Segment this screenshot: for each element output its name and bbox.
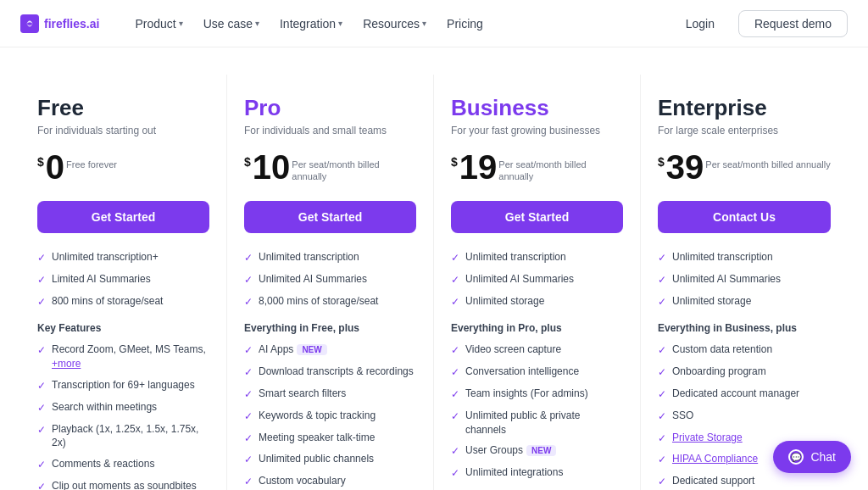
- plan-enterprise: Enterprise For large scale enterprises $…: [641, 75, 848, 490]
- plan-price-pro: $ 10 Per seat/month billed annually: [244, 150, 416, 184]
- list-item: ✓ Custom data retention: [658, 342, 831, 358]
- chevron-down-icon: ▾: [255, 19, 259, 28]
- price-dollar-business: $: [451, 155, 458, 169]
- request-demo-button[interactable]: Request demo: [738, 10, 848, 37]
- price-dollar-pro: $: [244, 155, 251, 169]
- check-icon: ✓: [658, 453, 666, 467]
- price-amount-free: 0: [46, 150, 64, 184]
- key-features-pro: ✓ AI AppsNEW ✓ Download transcripts & re…: [244, 342, 416, 490]
- list-item: ✓ Unlimited transcription+: [37, 250, 209, 265]
- check-icon: ✓: [244, 475, 253, 489]
- check-icon: ✓: [37, 401, 46, 415]
- list-item: ✓ Keywords & topic tracking: [244, 409, 416, 424]
- list-item: ✓ Smart search filters: [244, 387, 416, 402]
- list-item: ✓ Unlimited public channels: [244, 452, 416, 467]
- list-item: ✓ 8,000 mins of storage/seat: [244, 294, 416, 309]
- price-amount-enterprise: 39: [666, 150, 704, 184]
- check-icon: ✓: [244, 343, 253, 358]
- list-item: ✓ Unlimited AI Summaries: [451, 272, 623, 287]
- check-icon: ✓: [37, 480, 46, 490]
- cta-business[interactable]: Get Started: [451, 201, 623, 233]
- list-item: ✓ 800 mins of storage/seat: [37, 294, 209, 309]
- plan-pro: Pro For individuals and small teams $ 10…: [227, 75, 434, 490]
- list-item: ✓ Unlimited storage: [451, 294, 623, 309]
- nav-resources[interactable]: Resources ▾: [354, 12, 435, 36]
- list-item: ✓ Conversation intelligence: [451, 365, 623, 380]
- chat-button[interactable]: 💬 Chat: [773, 441, 851, 473]
- check-icon: ✓: [451, 444, 459, 459]
- check-icon: ✓: [658, 432, 666, 446]
- list-item: ✓ Limited AI Summaries: [37, 272, 209, 287]
- price-amount-business: 19: [459, 150, 498, 184]
- price-label-free: Free forever: [66, 159, 117, 170]
- check-icon: ✓: [37, 379, 46, 393]
- hipaa-link[interactable]: HIPAA Compliance: [672, 452, 758, 466]
- svg-rect-0: [20, 14, 39, 33]
- check-icon: ✓: [451, 387, 459, 402]
- plan-free: Free For individuals starting out $ 0 Fr…: [20, 75, 227, 490]
- plan-name-pro: Pro: [244, 95, 416, 121]
- check-icon: ✓: [451, 409, 459, 424]
- check-icon: ✓: [451, 295, 459, 309]
- check-icon: ✓: [244, 387, 253, 402]
- nav-product[interactable]: Product ▾: [126, 12, 191, 36]
- check-icon: ✓: [658, 295, 666, 309]
- plan-name-free: Free: [37, 95, 209, 121]
- key-features-business: ✓ Video screen capture ✓ Conversation in…: [451, 342, 623, 490]
- check-icon: ✓: [244, 251, 253, 265]
- price-label-business: Per seat/month billed annually: [498, 159, 623, 183]
- plan-name-business: Business: [451, 95, 623, 121]
- key-features-header-free: Key Features: [37, 322, 209, 334]
- check-icon: ✓: [658, 251, 666, 265]
- check-icon: ✓: [658, 387, 666, 402]
- check-icon: ✓: [451, 251, 459, 265]
- check-icon: ✓: [244, 453, 253, 467]
- key-features-free: ✓ Record Zoom, GMeet, MS Teams, +more ✓ …: [37, 342, 209, 490]
- list-item: ✓ Unlimited public & private channels: [451, 409, 623, 437]
- check-icon: ✓: [37, 458, 46, 472]
- plan-tagline-free: For individuals starting out: [37, 125, 209, 136]
- list-item: ✓ Download transcripts & recordings: [244, 365, 416, 380]
- basic-features-free: ✓ Unlimited transcription+ ✓ Limited AI …: [37, 250, 209, 309]
- nav-menu: Product ▾ Use case ▾ Integration ▾ Resou…: [126, 12, 671, 36]
- check-icon: ✓: [658, 343, 666, 358]
- check-icon: ✓: [244, 409, 253, 424]
- login-button[interactable]: Login: [672, 12, 728, 36]
- brand-name: fireflies.ai: [44, 17, 99, 31]
- cta-pro[interactable]: Get Started: [244, 201, 416, 233]
- list-item: ✓ Comments & reactions: [37, 457, 209, 472]
- price-label-pro: Per seat/month billed annually: [292, 159, 416, 183]
- pricing-container: Free For individuals starting out $ 0 Fr…: [0, 47, 868, 490]
- navbar: fireflies.ai Product ▾ Use case ▾ Integr…: [0, 0, 868, 47]
- fireflies-logo-icon: [20, 14, 39, 33]
- check-icon: ✓: [37, 295, 46, 309]
- list-item: ✓ AI AppsNEW: [244, 342, 416, 358]
- check-icon: ✓: [451, 365, 459, 380]
- plan-price-business: $ 19 Per seat/month billed annually: [451, 150, 623, 184]
- cta-enterprise[interactable]: Contact Us: [658, 201, 831, 233]
- check-icon: ✓: [244, 365, 253, 380]
- check-icon: ✓: [658, 475, 666, 489]
- check-icon: ✓: [244, 295, 253, 309]
- check-icon: ✓: [244, 273, 253, 287]
- chevron-down-icon: ▾: [179, 19, 183, 28]
- list-item: ✓ Dedicated support: [658, 474, 831, 489]
- nav-integration[interactable]: Integration ▾: [271, 12, 351, 36]
- list-item: ✓ Dedicated account manager: [658, 387, 831, 402]
- nav-usecase[interactable]: Use case ▾: [195, 12, 268, 36]
- list-item: ✓ Unlimited transcription: [451, 250, 623, 265]
- plan-price-enterprise: $ 39 Per seat/month billed annually: [658, 150, 831, 184]
- cta-free[interactable]: Get Started: [37, 201, 209, 233]
- list-item: ✓ Meeting speaker talk-time: [244, 431, 416, 446]
- chat-icon: 💬: [788, 449, 804, 465]
- logo[interactable]: fireflies.ai: [20, 14, 99, 33]
- nav-pricing[interactable]: Pricing: [438, 12, 492, 36]
- check-icon: ✓: [37, 423, 46, 437]
- pricing-grid: Free For individuals starting out $ 0 Fr…: [20, 75, 848, 490]
- more-link[interactable]: +more: [52, 358, 81, 370]
- private-storage-link[interactable]: Private Storage: [672, 431, 743, 445]
- list-item: ✓ Clip out moments as soundbites: [37, 479, 209, 490]
- list-item: ✓ Unlimited AI Summaries: [658, 272, 831, 287]
- chevron-down-icon: ▾: [338, 19, 342, 28]
- check-icon: ✓: [37, 343, 46, 358]
